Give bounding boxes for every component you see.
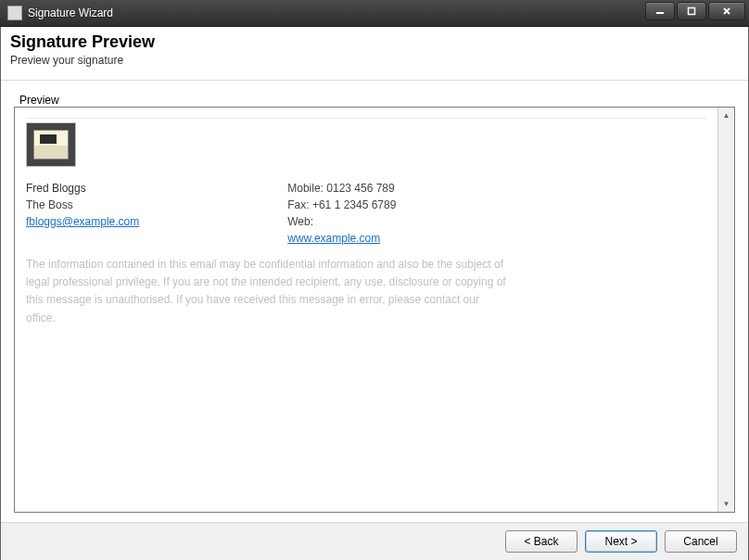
preview-box: Fred Bloggs The Boss fbloggs@example.com… (14, 107, 735, 513)
fax-label: Fax: (287, 198, 309, 211)
signature-logo-image (26, 122, 76, 167)
svg-rect-1 (689, 8, 695, 15)
window-title: Signature Wizard (28, 6, 113, 19)
page-subtitle: Preview your signature (10, 54, 739, 67)
scroll-down-arrow-icon[interactable]: ▼ (718, 496, 734, 512)
preview-group-label: Preview (18, 94, 739, 107)
next-button[interactable]: Next > (585, 530, 657, 553)
minimize-button[interactable] (645, 2, 675, 20)
mobile-value: 0123 456 789 (326, 182, 394, 195)
vertical-scrollbar[interactable]: ▲ ▼ (717, 108, 734, 512)
fax-value: +61 1 2345 6789 (312, 198, 396, 211)
signature-email-link[interactable]: fbloggs@example.com (26, 215, 139, 228)
preview-content: Fred Bloggs The Boss fbloggs@example.com… (15, 108, 717, 512)
back-button[interactable]: < Back (505, 530, 578, 553)
signature-name: Fred Bloggs (26, 180, 139, 197)
web-label: Web: (287, 213, 396, 230)
signature-web-link[interactable]: www.example.com (287, 232, 380, 245)
page-title: Signature Preview (10, 32, 739, 52)
close-button[interactable] (708, 2, 745, 20)
signature-title: The Boss (26, 197, 139, 213)
window-body: Signature Preview Preview your signature… (0, 27, 749, 560)
app-icon (7, 6, 22, 20)
signature-contact-column: Mobile: 0123 456 789 Fax: +61 1 2345 678… (287, 180, 396, 247)
window-controls (645, 2, 745, 20)
titlebar: Signature Wizard (0, 0, 749, 27)
signature-identity-column: Fred Bloggs The Boss fbloggs@example.com (26, 180, 139, 247)
cancel-button[interactable]: Cancel (665, 530, 737, 553)
content-area: Preview Fred Bloggs The Boss fbloggs@exa… (1, 81, 748, 522)
scroll-up-arrow-icon[interactable]: ▲ (718, 108, 734, 123)
signature-disclaimer: The information contained in this email … (26, 256, 508, 327)
wizard-footer: < Back Next > Cancel (1, 522, 748, 560)
wizard-header: Signature Preview Preview your signature (1, 27, 748, 81)
signature-divider (26, 117, 706, 119)
mobile-label: Mobile: (287, 182, 324, 195)
maximize-button[interactable] (677, 2, 706, 20)
